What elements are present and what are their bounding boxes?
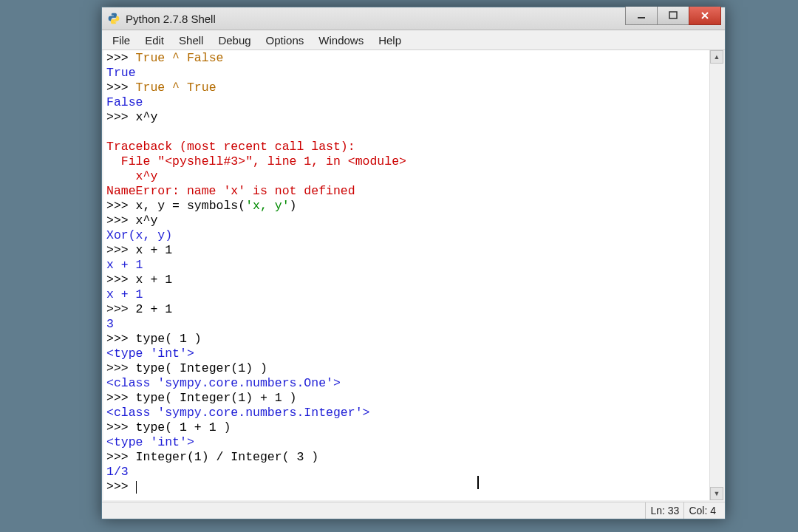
menu-shell[interactable]: Shell [171, 32, 211, 49]
menu-edit[interactable]: Edit [137, 32, 171, 49]
scroll-down-arrow[interactable]: ▼ [710, 487, 723, 500]
maximize-icon [669, 11, 678, 20]
editor-area: >>> True ^ FalseTrue>>> True ^ TrueFalse… [102, 50, 725, 502]
idle-window: Python 2.7.8 Shell File Edit Shell Debug… [101, 7, 726, 519]
menu-file[interactable]: File [105, 32, 137, 49]
titlebar[interactable]: Python 2.7.8 Shell [102, 7, 725, 30]
menu-windows[interactable]: Windows [311, 32, 371, 49]
status-line: Ln: 33 [645, 502, 683, 519]
window-title: Python 2.7.8 Shell [126, 13, 216, 25]
menu-debug[interactable]: Debug [211, 32, 258, 49]
menubar: File Edit Shell Debug Options Windows He… [102, 30, 725, 50]
close-button[interactable] [689, 7, 721, 25]
minimize-button[interactable] [625, 7, 658, 25]
close-icon [700, 11, 709, 20]
text-insertion-cursor [477, 476, 479, 489]
status-col: Col: 4 [683, 502, 720, 519]
shell-text[interactable]: >>> True ^ FalseTrue>>> True ^ TrueFalse… [103, 50, 709, 500]
window-controls [625, 7, 725, 30]
vertical-scrollbar[interactable]: ▲ ▼ [709, 50, 723, 500]
statusbar: Ln: 33 Col: 4 [102, 502, 725, 519]
svg-rect-1 [669, 12, 677, 18]
menu-help[interactable]: Help [371, 32, 409, 49]
scroll-up-arrow[interactable]: ▲ [710, 50, 723, 64]
menu-options[interactable]: Options [259, 32, 312, 49]
svg-rect-0 [638, 17, 645, 18]
python-icon [106, 11, 121, 26]
maximize-button[interactable] [657, 7, 689, 25]
minimize-icon [637, 11, 646, 20]
